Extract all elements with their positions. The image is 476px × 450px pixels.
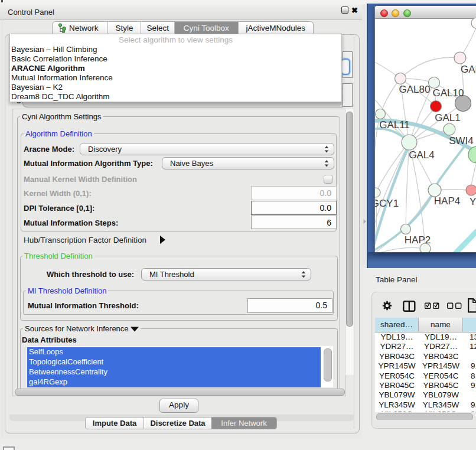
svg-text:Y: Y (470, 196, 476, 207)
svg-text:HAP4: HAP4 (434, 195, 460, 207)
svg-text:GAL: GAL (461, 64, 476, 75)
svg-text:GAL4: GAL4 (409, 149, 434, 161)
svg-text:GAL1: GAL1 (435, 112, 460, 123)
svg-text:HAP2: HAP2 (405, 234, 431, 246)
svg-text:SWI4: SWI4 (449, 135, 474, 146)
svg-text:GAL10: GAL10 (433, 87, 464, 99)
svg-text:GCY1: GCY1 (374, 198, 399, 209)
svg-text:GAL11: GAL11 (379, 119, 410, 131)
svg-text:GAL80: GAL80 (399, 84, 431, 95)
